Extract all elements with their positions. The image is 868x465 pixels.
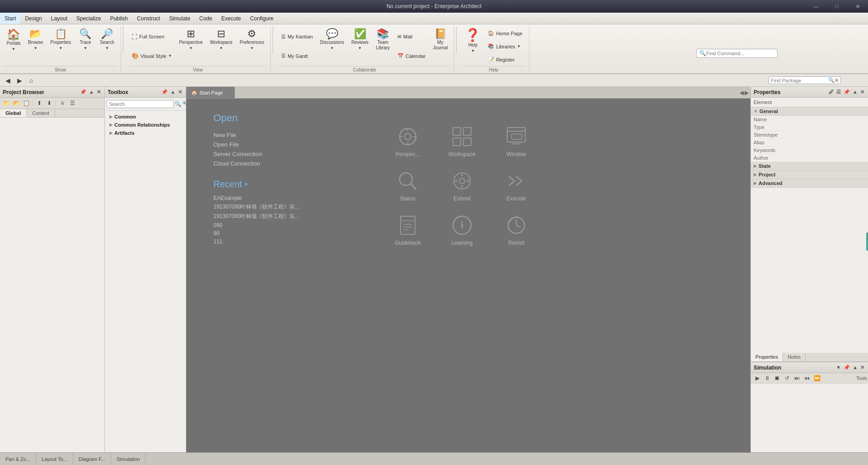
tab-properties[interactable]: Properties: [751, 353, 783, 361]
content-nav-right[interactable]: ▶: [745, 90, 749, 96]
tab-notes[interactable]: Notes: [783, 353, 806, 361]
pb-menu-button[interactable]: ☰: [68, 99, 77, 108]
toolbox-search-input[interactable]: [107, 100, 174, 108]
find-command-box[interactable]: 🔍: [696, 49, 778, 58]
icon-window[interactable]: Window: [494, 121, 539, 161]
minimize-button[interactable]: —: [806, 0, 826, 13]
close-button[interactable]: ✕: [847, 0, 868, 13]
prop-menu-btn[interactable]: ☰: [835, 89, 842, 95]
myjournal-button[interactable]: 📔 MyJournal: [430, 27, 451, 52]
register-button[interactable]: 📝 Register: [485, 56, 525, 63]
recent-item-4[interactable]: 90: [213, 229, 349, 237]
sim-fast-btn[interactable]: ⏩: [812, 374, 821, 382]
sim-tools-btn[interactable]: Tools: [857, 374, 866, 382]
maximize-button[interactable]: □: [826, 0, 847, 13]
section-project[interactable]: ▶ Project: [751, 171, 868, 179]
help-button[interactable]: ❓ Help ▼: [462, 27, 483, 55]
perspective-button[interactable]: ⊞ Perspective ▼: [176, 27, 205, 52]
tb-up-button[interactable]: ▲: [170, 89, 176, 95]
sim-pin-btn[interactable]: 📌: [843, 364, 851, 371]
sim-next-btn[interactable]: ⏭: [793, 374, 802, 382]
cloud-connection-link[interactable]: Cloud Connection: [213, 159, 349, 168]
recent-item-5[interactable]: 111: [213, 237, 349, 246]
tab-pan-zoom[interactable]: Pan & Zo...: [0, 453, 36, 465]
pb-open-folder-icon[interactable]: 📂: [12, 99, 21, 108]
tab-layout-tools[interactable]: Layout To...: [36, 453, 73, 465]
pb-table-icon[interactable]: 📋: [22, 99, 31, 108]
discussions-button[interactable]: 💬 Discussions ▼: [317, 27, 347, 52]
toolbox-item-common[interactable]: ▶ Common: [107, 113, 184, 121]
recent-item-2[interactable]: 191307090叶林墙《软件工程》实...: [213, 212, 349, 221]
new-file-link[interactable]: New File: [213, 130, 349, 140]
prop-val-keywords[interactable]: [792, 147, 868, 154]
menu-start[interactable]: Start: [0, 13, 20, 24]
libraries-button[interactable]: 📚 Libraries ▼: [485, 43, 525, 50]
recent-ea-example[interactable]: EAExample: [213, 194, 349, 202]
icon-revisit[interactable]: Revisit: [494, 210, 539, 250]
recent-item-1[interactable]: 191307090叶林墙《软件工程》实...: [213, 202, 349, 212]
teamlibrary-button[interactable]: 📚 TeamLibrary: [373, 27, 393, 52]
prop-val-author[interactable]: [792, 154, 868, 162]
mykanban-button[interactable]: ☰ My Kanban: [278, 33, 316, 41]
fullscreen-button[interactable]: ⛶ Full Screen: [129, 33, 175, 41]
menu-publish[interactable]: Publish: [105, 13, 132, 24]
toolbox-item-common-relationships[interactable]: ▶ Common Relationships: [107, 121, 184, 129]
workspace-button[interactable]: ⊟ Workspace ▼: [207, 27, 235, 52]
home-button[interactable]: ⌂: [26, 76, 36, 85]
tab-global[interactable]: Global: [0, 109, 27, 117]
icon-status[interactable]: Status: [385, 166, 430, 205]
menu-layout[interactable]: Layout: [47, 13, 72, 24]
toolbox-item-artifacts[interactable]: ▶ Artifacts: [107, 129, 184, 137]
menu-execute[interactable]: Execute: [217, 13, 245, 24]
back-button[interactable]: ◀: [3, 76, 13, 85]
icon-extend[interactable]: Extend: [439, 166, 485, 205]
find-command-input[interactable]: [706, 51, 774, 56]
prop-val-alias[interactable]: [792, 139, 868, 147]
search-button[interactable]: 🔎 Search ▼: [97, 27, 117, 52]
pb-pin-button[interactable]: 📌: [79, 89, 87, 95]
prop-val-type[interactable]: [792, 123, 868, 131]
section-state[interactable]: ▶ State: [751, 162, 868, 171]
icon-perspective[interactable]: Perspec...: [385, 121, 430, 161]
tb-pin-button[interactable]: 📌: [160, 89, 169, 95]
find-package-input[interactable]: [771, 78, 828, 83]
trace-button[interactable]: 🔍 Trace ▼: [75, 27, 95, 52]
find-package-box[interactable]: 🔍 ⊞: [769, 76, 841, 84]
reviews-button[interactable]: ✅ Reviews ▼: [349, 27, 371, 52]
menu-code[interactable]: Code: [195, 13, 217, 24]
calendar-button[interactable]: 📅 Calendar: [395, 52, 429, 60]
visualstyle-button[interactable]: 🎨 Visual Style ▼: [129, 52, 175, 60]
mail-button[interactable]: ✉ Mail: [395, 33, 429, 41]
sim-up-btn[interactable]: ▲: [852, 364, 859, 371]
pb-list-button[interactable]: ≡: [58, 99, 67, 108]
icon-guidebook[interactable]: Guidebook: [385, 210, 430, 250]
preferences-button[interactable]: ⚙ Preferences ▼: [237, 27, 267, 52]
sim-pause-btn[interactable]: ⏸: [763, 374, 772, 382]
section-general[interactable]: ▼ General: [751, 107, 868, 116]
menu-construct[interactable]: Construct: [132, 13, 165, 24]
prop-toolbar-btn[interactable]: 🖊: [828, 89, 835, 95]
sim-close-btn[interactable]: ✕: [859, 364, 865, 371]
pb-up-button[interactable]: ▲: [88, 89, 95, 95]
pb-close-button[interactable]: ✕: [96, 89, 102, 95]
tb-close-button[interactable]: ✕: [177, 89, 183, 95]
content-nav-left[interactable]: ◀: [740, 90, 744, 96]
sim-prev-btn[interactable]: ⏮: [802, 374, 811, 382]
icon-execute[interactable]: Execute: [494, 166, 539, 205]
tab-simulation[interactable]: Simulation: [111, 453, 146, 465]
sim-play-btn[interactable]: ▶: [753, 374, 762, 382]
menu-design[interactable]: Design: [20, 13, 46, 24]
tab-start-page[interactable]: 🏠 Start Page ✕: [186, 87, 235, 98]
open-file-link[interactable]: Open File: [213, 140, 349, 149]
sim-step-btn[interactable]: ↺: [783, 374, 792, 382]
server-connection-link[interactable]: Server Connection: [213, 149, 349, 159]
prop-val-name[interactable]: [792, 116, 868, 123]
toolbox-search-button[interactable]: 🔍: [175, 100, 181, 109]
sim-dropdown-btn[interactable]: ▼: [835, 364, 842, 371]
prop-pin-btn[interactable]: 📌: [843, 89, 851, 95]
pb-up-arrow-button[interactable]: ⬆: [35, 99, 44, 108]
start-page-tab-close[interactable]: ✕: [225, 90, 230, 95]
homepage-button[interactable]: 🏠 Home Page: [485, 29, 525, 37]
section-advanced[interactable]: ▶ Advanced: [751, 179, 868, 188]
icon-learning[interactable]: i Learning: [439, 210, 485, 250]
